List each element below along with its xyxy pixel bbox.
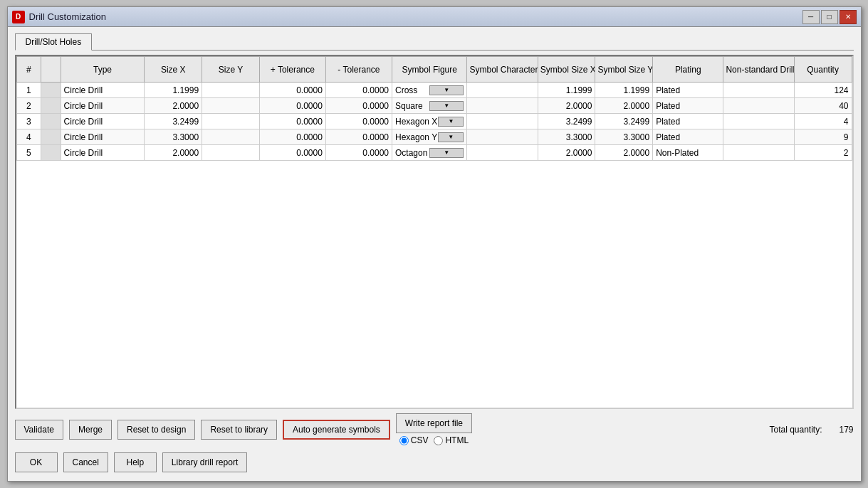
table-cell[interactable] [202, 83, 260, 98]
app-icon: D [12, 11, 25, 23]
table-cell[interactable]: 3.3000 [145, 129, 202, 145]
html-label: HTML [445, 435, 469, 445]
dropdown-arrow-icon[interactable]: ▼ [429, 101, 464, 111]
table-cell[interactable] [202, 114, 260, 129]
table-cell[interactable]: 0.0000 [259, 114, 325, 129]
table-cell[interactable] [723, 129, 794, 145]
library-drill-report-button[interactable]: Library drill report [162, 452, 247, 472]
total-area: Total quantity: 179 [769, 425, 853, 435]
reset-library-button[interactable]: Reset to library [201, 420, 277, 440]
restore-button[interactable]: □ [821, 10, 838, 24]
table-cell[interactable]: Cross▼ [392, 83, 467, 98]
table-cell[interactable]: Circle Drill [61, 145, 145, 161]
table-cell[interactable] [467, 114, 538, 129]
table-cell[interactable]: 0.0000 [325, 145, 392, 161]
tab-drill-slot-holes[interactable]: Drill/Slot Holes [15, 33, 93, 51]
table-cell[interactable]: 3.3000 [595, 129, 653, 145]
table-cell[interactable] [723, 98, 794, 114]
dropdown-arrow-icon[interactable]: ▼ [438, 117, 464, 127]
table-row[interactable]: 1Circle Drill1.19990.00000.0000Cross▼1.1… [16, 83, 852, 98]
validate-button[interactable]: Validate [15, 420, 63, 440]
table-cell[interactable]: 2.0000 [595, 98, 653, 114]
table-cell[interactable]: Plated [653, 129, 723, 145]
table-cell[interactable]: Plated [653, 98, 723, 114]
table-cell[interactable]: 3.2499 [538, 114, 595, 129]
dropdown-arrow-icon[interactable]: ▼ [429, 85, 464, 95]
table-cell[interactable] [723, 83, 794, 98]
html-radio-label[interactable]: HTML [434, 435, 469, 445]
table-row[interactable]: 2Circle Drill2.00000.00000.0000Square▼2.… [16, 98, 852, 114]
table-cell[interactable]: 1.1999 [595, 83, 653, 98]
auto-generate-button[interactable]: Auto generate symbols [283, 420, 390, 440]
csv-radio[interactable] [399, 436, 409, 445]
table-cell[interactable]: Non-Plated [653, 145, 723, 161]
table-cell[interactable]: Circle Drill [61, 98, 145, 114]
cancel-button[interactable]: Cancel [63, 452, 108, 472]
table-cell: 5 [16, 145, 41, 161]
table-cell[interactable] [202, 145, 260, 161]
csv-radio-label[interactable]: CSV [399, 435, 429, 445]
table-cell[interactable]: 0.0000 [325, 129, 392, 145]
table-cell[interactable]: 124 [794, 83, 852, 98]
table-cell[interactable] [467, 83, 538, 98]
table-cell[interactable]: 0.0000 [259, 145, 325, 161]
table-cell: 2 [16, 98, 41, 114]
table-cell[interactable]: 2.0000 [538, 98, 595, 114]
ok-button[interactable]: OK [15, 452, 58, 472]
write-report-button[interactable]: Write report file [396, 413, 472, 433]
table-cell[interactable]: 2 [794, 145, 852, 161]
table-cell[interactable]: Circle Drill [61, 114, 145, 129]
table-cell[interactable]: 0.0000 [325, 114, 392, 129]
table-cell[interactable]: 2.0000 [595, 145, 653, 161]
table-cell[interactable]: Hexagon X▼ [392, 114, 467, 129]
table-cell[interactable]: 4 [794, 114, 852, 129]
table-cell[interactable]: 1.1999 [145, 83, 202, 98]
table-cell[interactable] [202, 129, 260, 145]
reset-design-button[interactable]: Reset to design [117, 420, 195, 440]
table-cell[interactable]: 0.0000 [259, 129, 325, 145]
merge-button[interactable]: Merge [69, 420, 112, 440]
table-cell[interactable]: 2.0000 [145, 98, 202, 114]
table-cell[interactable]: Plated [653, 114, 723, 129]
total-value: 179 [825, 425, 854, 435]
action-row: Validate Merge Reset to design Reset to … [15, 413, 854, 445]
close-button[interactable]: ✕ [840, 10, 857, 24]
table-cell[interactable] [202, 98, 260, 114]
col-header-sizey: Size Y [202, 57, 260, 83]
table-cell[interactable]: Circle Drill [61, 83, 145, 98]
table-cell[interactable]: 3.2499 [145, 114, 202, 129]
table-cell[interactable] [467, 145, 538, 161]
table-cell[interactable]: 0.0000 [259, 83, 325, 98]
table-cell[interactable]: 1.1999 [538, 83, 595, 98]
title-bar-left: D Drill Customization [12, 11, 106, 23]
table-cell[interactable]: Circle Drill [61, 129, 145, 145]
help-button[interactable]: Help [114, 452, 157, 472]
table-cell[interactable]: 3.2499 [595, 114, 653, 129]
table-container[interactable]: # Type Size X Size Y + Tolerance - Toler… [15, 55, 854, 409]
table-cell[interactable]: 2.0000 [538, 145, 595, 161]
table-cell[interactable] [723, 145, 794, 161]
dropdown-arrow-icon[interactable]: ▼ [429, 148, 464, 158]
table-row[interactable]: 4Circle Drill3.30000.00000.0000Hexagon Y… [16, 129, 852, 145]
table-cell[interactable]: 2.0000 [145, 145, 202, 161]
table-row[interactable]: 5Circle Drill2.00000.00000.0000Octagon▼2… [16, 145, 852, 161]
table-row[interactable]: 3Circle Drill3.24990.00000.0000Hexagon X… [16, 114, 852, 129]
table-cell[interactable]: Octagon▼ [392, 145, 467, 161]
table-cell[interactable] [467, 98, 538, 114]
html-radio[interactable] [434, 436, 443, 445]
dropdown-arrow-icon[interactable]: ▼ [438, 132, 464, 142]
table-cell[interactable]: Plated [653, 83, 723, 98]
table-cell[interactable]: 3.3000 [538, 129, 595, 145]
minimize-button[interactable]: ─ [802, 10, 820, 24]
table-cell[interactable]: 0.0000 [325, 98, 392, 114]
table-cell[interactable] [467, 129, 538, 145]
table-cell[interactable]: Hexagon Y▼ [392, 129, 467, 145]
table-cell[interactable]: 40 [794, 98, 852, 114]
table-cell[interactable]: 9 [794, 129, 852, 145]
table-cell: 1 [16, 83, 41, 98]
table-cell[interactable] [723, 114, 794, 129]
table-cell[interactable]: 0.0000 [259, 98, 325, 114]
table-cell[interactable]: 0.0000 [325, 83, 392, 98]
csv-label: CSV [411, 435, 429, 445]
table-cell[interactable]: Square▼ [392, 98, 467, 114]
